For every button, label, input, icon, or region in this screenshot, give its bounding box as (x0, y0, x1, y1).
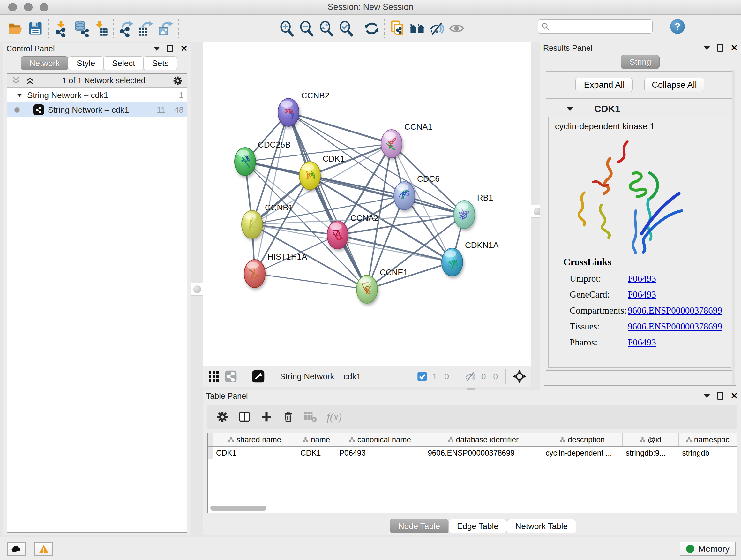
network-edge-CCNB2-HIST1H1A[interactable] (255, 112, 288, 273)
add-column-plus-icon[interactable] (260, 411, 273, 423)
cell[interactable]: cyclin-dependent ... (542, 447, 622, 459)
collection-expand-icon[interactable] (17, 94, 22, 97)
table-close-icon[interactable]: ✕ (731, 392, 738, 400)
crosslink-link[interactable]: P06493 (628, 289, 656, 300)
warnings-button[interactable] (35, 543, 53, 556)
network-node-CDC25B[interactable] (234, 147, 256, 176)
panel-menu-icon[interactable] (153, 47, 160, 51)
results-scrollbar[interactable] (732, 70, 735, 385)
column-header-@id[interactable]: @id (623, 433, 679, 446)
entry-collapse-icon[interactable] (567, 107, 573, 111)
results-float-icon[interactable] (717, 44, 724, 52)
fit-crosshair-icon[interactable] (513, 370, 526, 383)
copy-documents-button[interactable] (387, 18, 407, 38)
save-session-button[interactable] (25, 18, 45, 38)
crosslink-link[interactable]: 9606.ENSP00000378699 (628, 321, 722, 332)
network-node-HIST1H1A[interactable] (244, 260, 265, 288)
network-canvas[interactable]: CCNB2CCNA1CDC25BCDK1CDC6RB1CCNB1CCNA2CDK… (203, 42, 531, 366)
cell[interactable]: stringdb:9... (623, 447, 679, 459)
panel-float-icon[interactable] (167, 45, 173, 52)
collapse-all-button[interactable]: Collapse All (644, 78, 704, 92)
selected-checkbox[interactable] (417, 371, 427, 381)
export-image-button[interactable] (156, 18, 176, 38)
help-button[interactable]: ? (670, 19, 685, 34)
crosslink-link[interactable]: P06493 (628, 337, 656, 348)
network-node-CDKN1A[interactable] (442, 248, 463, 276)
column-header-database-identifier[interactable]: database identifier (424, 433, 542, 446)
expand-all-button[interactable]: Expand All (576, 78, 633, 92)
birdseye-toggle-icon[interactable] (252, 370, 265, 383)
table-hscroll-track[interactable] (208, 503, 737, 513)
collapse-all-icon[interactable] (11, 77, 21, 85)
table-menu-icon[interactable] (704, 394, 710, 398)
tab-node-table[interactable]: Node Table (390, 519, 449, 533)
cell[interactable]: 9606.ENSP00000378699 (424, 447, 542, 459)
zoom-out-button[interactable] (297, 18, 317, 38)
network-node-CDC6[interactable] (394, 182, 415, 210)
tab-select[interactable]: Select (104, 56, 144, 70)
export-network-button[interactable] (116, 18, 136, 38)
grid-view-icon[interactable] (208, 371, 219, 382)
network-type-icon[interactable] (224, 370, 237, 383)
show-columns-icon[interactable] (238, 411, 251, 423)
network-node-CCNB2[interactable] (278, 98, 299, 126)
hidden-eye-slash-icon[interactable] (464, 370, 476, 382)
expand-all-icon[interactable] (25, 77, 35, 85)
cell[interactable]: CDK1 (297, 447, 336, 459)
results-close-icon[interactable]: ✕ (731, 44, 738, 52)
search-input[interactable] (549, 22, 649, 31)
tab-network-table[interactable]: Network Table (507, 519, 576, 533)
cell[interactable]: stringdb (679, 447, 737, 459)
cell[interactable]: P06493 (336, 447, 424, 459)
column-header-shared-name[interactable]: shared name (213, 433, 297, 446)
network-node-RB1[interactable] (454, 200, 475, 229)
cdk1-entry-header[interactable]: CDK1 (546, 101, 733, 117)
network-edge-HIST1H1A-CCNE1[interactable] (255, 273, 367, 289)
search-field[interactable] (538, 19, 653, 34)
network-graph[interactable]: CCNB2CCNA1CDC25BCDK1CDC6RB1CCNB1CCNA2CDK… (203, 43, 531, 366)
table-row[interactable]: CDK1CDK1P064939606.ENSP00000378699cyclin… (208, 447, 737, 459)
left-splitter-handle[interactable] (191, 283, 204, 296)
network-node-CCNA1[interactable] (381, 130, 402, 158)
window-minimize-button[interactable] (24, 3, 32, 11)
crosslink-link[interactable]: P06493 (628, 273, 656, 284)
network-edge-CCNB2-CCNE1[interactable] (288, 112, 367, 289)
tab-sets[interactable]: Sets (143, 56, 177, 70)
tab-style[interactable]: Style (68, 56, 104, 70)
tab-network[interactable]: Network (21, 56, 68, 70)
hide-selected-button[interactable] (427, 18, 447, 38)
table-hscroll-thumb[interactable] (210, 506, 266, 510)
export-table-button[interactable] (136, 18, 156, 38)
cloud-button[interactable] (7, 543, 25, 556)
column-header-name[interactable]: name (297, 433, 336, 446)
crosslink-link[interactable]: 9606.ENSP00000378699 (628, 305, 722, 316)
import-table-file-button[interactable] (91, 18, 111, 38)
window-zoom-button[interactable] (40, 3, 48, 11)
import-network-file-button[interactable] (51, 18, 71, 38)
panel-close-icon[interactable]: ✕ (180, 44, 188, 53)
import-network-database-button[interactable] (71, 18, 91, 38)
birdseye-houses-button[interactable] (407, 18, 427, 38)
column-header-namespac[interactable]: namespac (679, 433, 737, 446)
memory-button[interactable]: Memory (680, 542, 736, 556)
window-close-button[interactable] (8, 3, 17, 11)
zoom-fit-button[interactable] (317, 18, 336, 38)
network-edge-CCNB1-CCNA2[interactable] (252, 225, 338, 235)
gear-icon[interactable] (173, 76, 183, 86)
open-session-button[interactable] (6, 18, 25, 38)
refresh-button[interactable] (362, 18, 382, 38)
results-menu-icon[interactable] (704, 46, 710, 50)
cell[interactable]: CDK1 (213, 447, 297, 459)
show-all-button[interactable] (447, 18, 467, 38)
column-header-canonical-name[interactable]: canonical name (336, 433, 424, 446)
network-node-CDK1[interactable] (299, 162, 320, 190)
zoom-in-button[interactable] (277, 18, 297, 38)
network-edge-CCNB2-CCNA1[interactable] (288, 112, 392, 144)
network-node-CCNE1[interactable] (356, 275, 378, 303)
delete-column-trash-icon[interactable] (282, 411, 294, 423)
table-settings-gear-icon[interactable] (216, 411, 228, 423)
table-float-icon[interactable] (717, 392, 724, 400)
delete-table-icon[interactable] (304, 411, 317, 423)
tab-string[interactable]: String (621, 55, 660, 69)
function-builder-icon[interactable]: f(x) (327, 411, 342, 423)
